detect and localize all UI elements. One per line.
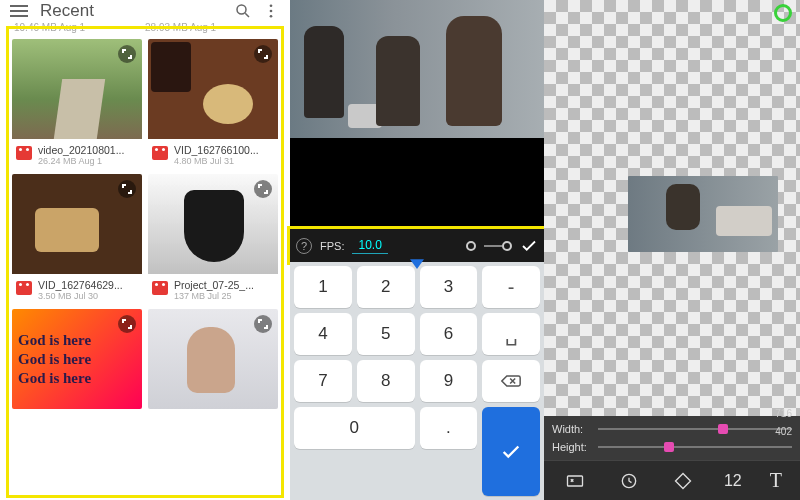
video-icon: [16, 146, 32, 160]
video-icon: [152, 146, 168, 160]
svg-line-1: [245, 13, 249, 17]
page-title: Recent: [40, 1, 224, 21]
expand-icon[interactable]: [118, 45, 136, 63]
key-8[interactable]: 8: [357, 360, 415, 402]
key-4[interactable]: 4: [294, 313, 352, 355]
dimension-controls: Width: 716 Height: 402: [544, 416, 800, 460]
thumb-text: God is here: [18, 370, 136, 387]
expand-icon[interactable]: [118, 315, 136, 333]
text-tool-icon[interactable]: T: [770, 469, 782, 492]
height-value: 402: [775, 426, 792, 437]
expand-icon[interactable]: [118, 180, 136, 198]
key-3[interactable]: 3: [420, 266, 478, 308]
file-card[interactable]: video_20210801... 26.24 MB Aug 1: [12, 39, 142, 168]
key-2[interactable]: 2: [357, 266, 415, 308]
width-slider[interactable]: 716: [598, 422, 792, 436]
file-name: VID_162766100...: [174, 144, 259, 156]
file-card[interactable]: God is here God is here God is here: [12, 309, 142, 409]
expand-icon[interactable]: [254, 45, 272, 63]
fps-editor-panel: ? FPS: 10.0 1 2 3 - 4 5 6 ␣ 7 8 9 0 .: [290, 0, 544, 500]
file-name: VID_162764629...: [38, 279, 123, 291]
meta-text: 10.46 MB Aug 1: [14, 22, 145, 33]
file-meta: 137 MB Jul 25: [174, 291, 254, 301]
thumbnail: [148, 309, 278, 409]
help-icon[interactable]: ?: [296, 238, 312, 254]
file-picker-panel: Recent 10.46 MB Aug 1 28.93 MB Aug 1 vid…: [0, 0, 290, 500]
transparent-canvas[interactable]: [544, 0, 800, 416]
key-enter[interactable]: [482, 407, 540, 496]
file-meta: 26.24 MB Aug 1: [38, 156, 124, 166]
file-name: video_20210801...: [38, 144, 124, 156]
width-label: Width:: [552, 423, 598, 435]
meta-text: 28.93 MB Aug 1: [145, 22, 276, 33]
menu-icon[interactable]: [10, 5, 28, 17]
svg-point-3: [270, 10, 273, 13]
tag-icon[interactable]: [670, 468, 696, 494]
file-picker-header: Recent: [0, 0, 290, 22]
expand-icon[interactable]: [254, 180, 272, 198]
video-preview: [290, 0, 544, 138]
search-icon[interactable]: [234, 2, 252, 20]
file-card[interactable]: VID_162766100... 4.80 MB Jul 31: [148, 39, 278, 168]
svg-point-4: [270, 15, 273, 18]
key-0[interactable]: 0: [294, 407, 415, 449]
file-meta: 4.80 MB Jul 31: [174, 156, 259, 166]
fps-label: FPS:: [320, 240, 344, 252]
key-backspace[interactable]: [482, 360, 540, 402]
file-card[interactable]: Project_07-25_... 137 MB Jul 25: [148, 174, 278, 303]
file-grid: video_20210801... 26.24 MB Aug 1 VID_162…: [0, 33, 290, 415]
more-icon[interactable]: [262, 2, 280, 20]
key-minus[interactable]: -: [482, 266, 540, 308]
file-card[interactable]: [148, 309, 278, 409]
bottom-toolbar: 12 T: [544, 460, 800, 500]
thumbnail: [12, 39, 142, 139]
key-9[interactable]: 9: [420, 360, 478, 402]
cursor-marker-icon: [410, 255, 424, 273]
keyframe-start-icon[interactable]: [466, 241, 476, 251]
placed-layer[interactable]: [628, 176, 778, 252]
thumbnail: [148, 174, 278, 274]
file-name: Project_07-25_...: [174, 279, 254, 291]
width-value: 716: [775, 408, 792, 419]
preview-black: [290, 138, 544, 228]
thumb-text: God is here: [18, 332, 136, 349]
height-label: Height:: [552, 441, 598, 453]
thumb-text: God is here: [18, 351, 136, 368]
expand-icon[interactable]: [254, 315, 272, 333]
keyframe-end-icon[interactable]: [484, 241, 512, 251]
svg-point-2: [270, 4, 273, 7]
key-6[interactable]: 6: [420, 313, 478, 355]
file-meta: 3.50 MB Jul 30: [38, 291, 123, 301]
header-meta-row: 10.46 MB Aug 1 28.93 MB Aug 1: [0, 22, 290, 33]
height-slider[interactable]: 402: [598, 440, 792, 454]
fps-input[interactable]: 10.0: [352, 238, 387, 254]
video-icon: [152, 281, 168, 295]
key-dot[interactable]: .: [420, 407, 478, 449]
thumbnail: [148, 39, 278, 139]
key-7[interactable]: 7: [294, 360, 352, 402]
svg-point-0: [237, 5, 246, 14]
key-5[interactable]: 5: [357, 313, 415, 355]
numeric-keypad: 1 2 3 - 4 5 6 ␣ 7 8 9 0 .: [290, 262, 544, 500]
history-icon[interactable]: [616, 468, 642, 494]
thumbnail: God is here God is here God is here: [12, 309, 142, 409]
confirm-icon[interactable]: [520, 237, 538, 255]
svg-rect-5: [567, 476, 582, 486]
key-space[interactable]: ␣: [482, 313, 540, 355]
key-1[interactable]: 1: [294, 266, 352, 308]
file-card[interactable]: VID_162764629... 3.50 MB Jul 30: [12, 174, 142, 303]
status-ring-icon: [774, 4, 792, 22]
canvas-editor-panel: Width: 716 Height: 402 12 T: [544, 0, 800, 500]
video-icon: [16, 281, 32, 295]
aspect-icon[interactable]: [562, 468, 588, 494]
thumbnail: [12, 174, 142, 274]
toolbar-number[interactable]: 12: [724, 472, 742, 490]
